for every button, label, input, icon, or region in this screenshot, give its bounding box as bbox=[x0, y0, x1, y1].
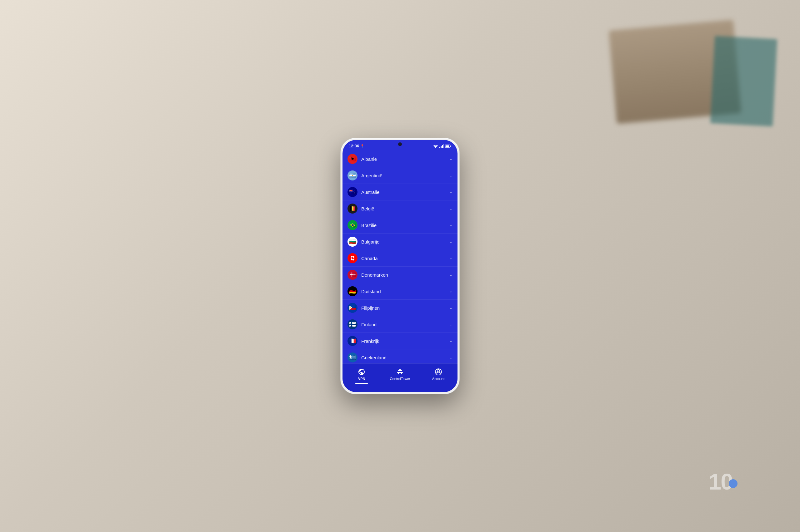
country-item[interactable]: 🇦🇷 Argentinië ⌄ bbox=[343, 167, 457, 184]
battery-icon bbox=[445, 144, 451, 148]
country-item[interactable]: 🇨🇦 Canada ⌄ bbox=[343, 250, 457, 267]
svg-rect-6 bbox=[450, 146, 451, 147]
country-flag: 🇧🇷 bbox=[347, 220, 358, 230]
chevron-down-icon: ⌄ bbox=[449, 272, 453, 277]
chevron-down-icon: ⌄ bbox=[449, 322, 453, 327]
country-flag: 🇦🇺 bbox=[347, 187, 358, 197]
wifi-icon bbox=[433, 144, 438, 148]
pin-icon: 📍 bbox=[360, 144, 364, 148]
camera-notch bbox=[398, 142, 402, 146]
svg-rect-2 bbox=[442, 145, 443, 148]
chevron-down-icon: ⌄ bbox=[449, 339, 453, 343]
vpn-icon bbox=[358, 368, 365, 376]
country-item[interactable]: 🇧🇬 Bulgarije ⌄ bbox=[343, 233, 457, 250]
bg-decoration-teal-book bbox=[710, 36, 777, 127]
nav-item-vpn[interactable]: VPN bbox=[343, 366, 381, 386]
country-flag: 🇧🇪 bbox=[347, 204, 358, 213]
chevron-down-icon: ⌄ bbox=[449, 223, 453, 227]
chevron-down-icon: ⌄ bbox=[449, 157, 453, 161]
country-flag: 🇦🇷 bbox=[347, 170, 358, 180]
country-item[interactable]: 🇫🇷 Frankrijk ⌄ bbox=[343, 333, 457, 349]
country-name: België bbox=[361, 206, 449, 211]
country-name: Filipijnen bbox=[361, 305, 449, 311]
country-item[interactable]: 🇧🇪 België ⌄ bbox=[343, 201, 457, 217]
chevron-down-icon: ⌄ bbox=[449, 190, 453, 194]
country-name: Canada bbox=[361, 256, 449, 261]
country-flag: 🇫🇷 bbox=[347, 336, 358, 346]
account-icon bbox=[435, 368, 442, 376]
country-flag: 🇩🇪 bbox=[347, 286, 358, 296]
chevron-down-icon: ⌄ bbox=[449, 289, 453, 293]
country-name: Australië bbox=[361, 190, 449, 195]
country-name: Albanië bbox=[361, 156, 449, 162]
country-flag: 🇫🇮 bbox=[347, 319, 358, 329]
country-name: Duitsland bbox=[361, 289, 449, 294]
country-flag: 🇩🇰 bbox=[347, 270, 358, 280]
phone-container: 12:36 📍 bbox=[341, 138, 459, 394]
country-item[interactable]: 🇧🇷 Brazilië ⌄ bbox=[343, 217, 457, 233]
nav-label-controltower: ControlTower bbox=[390, 377, 410, 381]
chevron-down-icon: ⌄ bbox=[449, 206, 453, 211]
country-name: Griekenland bbox=[361, 355, 449, 360]
nav-active-indicator bbox=[355, 383, 368, 384]
chevron-down-icon: ⌄ bbox=[449, 256, 453, 260]
country-name: Frankrijk bbox=[361, 338, 449, 344]
svg-rect-8 bbox=[398, 370, 402, 371]
country-name: Bulgarije bbox=[361, 239, 449, 245]
country-item[interactable]: 🇩🇰 Denemarken ⌄ bbox=[343, 267, 457, 283]
status-time: 12:36 bbox=[349, 144, 359, 148]
country-flag: 🇵🇭 bbox=[347, 303, 358, 313]
chevron-down-icon: ⌄ bbox=[449, 355, 453, 360]
svg-point-13 bbox=[437, 369, 440, 372]
country-item[interactable]: 🇫🇮 Finland ⌄ bbox=[343, 316, 457, 333]
nav-item-account[interactable]: Account bbox=[419, 366, 457, 386]
watermark: 10 bbox=[709, 469, 738, 495]
watermark-dot bbox=[729, 479, 738, 488]
svg-rect-5 bbox=[446, 145, 449, 147]
controltower-icon bbox=[396, 368, 404, 376]
country-flag: 🇬🇷 bbox=[347, 353, 358, 362]
country-flag: 🇦🇱 bbox=[347, 154, 358, 164]
chevron-down-icon: ⌄ bbox=[449, 306, 453, 310]
chevron-down-icon: ⌄ bbox=[449, 173, 453, 178]
country-name: Finland bbox=[361, 322, 449, 327]
status-icons bbox=[433, 144, 451, 148]
country-name: Argentinië bbox=[361, 173, 449, 178]
country-name: Denemarken bbox=[361, 272, 449, 278]
svg-rect-1 bbox=[441, 146, 441, 148]
country-list[interactable]: 🇦🇱 Albanië ⌄ 🇦🇷 Argentinië ⌄ 🇦🇺 Australi… bbox=[343, 150, 457, 363]
country-item[interactable]: 🇵🇭 Filipijnen ⌄ bbox=[343, 300, 457, 316]
nav-label-account: Account bbox=[432, 377, 445, 381]
chevron-down-icon: ⌄ bbox=[449, 240, 453, 244]
country-flag: 🇨🇦 bbox=[347, 253, 358, 263]
nav-label-vpn: VPN bbox=[358, 377, 365, 381]
phone-frame: 12:36 📍 bbox=[341, 138, 459, 394]
nav-item-controltower[interactable]: ControlTower bbox=[381, 366, 419, 386]
country-item[interactable]: 🇬🇷 Griekenland ⌄ bbox=[343, 349, 457, 363]
svg-rect-3 bbox=[443, 144, 444, 148]
bottom-nav: VPN Con bbox=[343, 363, 457, 392]
phone-content: 12:36 📍 bbox=[343, 140, 457, 392]
country-item[interactable]: 🇩🇪 Duitsland ⌄ bbox=[343, 283, 457, 300]
country-name: Brazilië bbox=[361, 223, 449, 228]
phone-screen: 12:36 📍 bbox=[343, 140, 457, 392]
svg-rect-0 bbox=[439, 147, 440, 148]
signal-icon bbox=[439, 144, 444, 148]
country-item[interactable]: 🇦🇺 Australië ⌄ bbox=[343, 184, 457, 201]
country-item[interactable]: 🇦🇱 Albanië ⌄ bbox=[343, 151, 457, 167]
status-time-area: 12:36 📍 bbox=[349, 144, 364, 148]
country-flag: 🇧🇬 bbox=[347, 237, 358, 247]
